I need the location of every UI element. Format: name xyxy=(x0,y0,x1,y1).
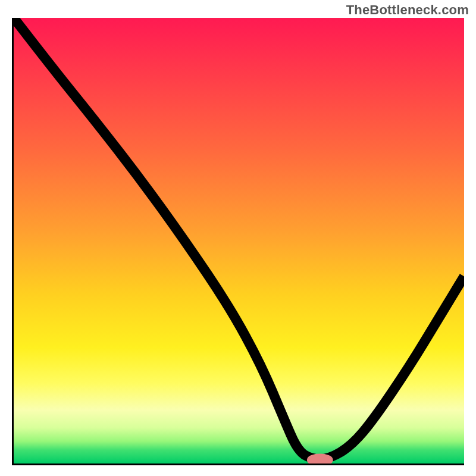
optimal-point-marker xyxy=(309,456,331,464)
watermark-text: TheBottleneck.com xyxy=(346,2,469,18)
line-plot xyxy=(14,18,464,464)
plot-frame xyxy=(12,18,464,465)
bottleneck-curve xyxy=(14,18,464,459)
chart-stage: TheBottleneck.com xyxy=(0,0,476,476)
